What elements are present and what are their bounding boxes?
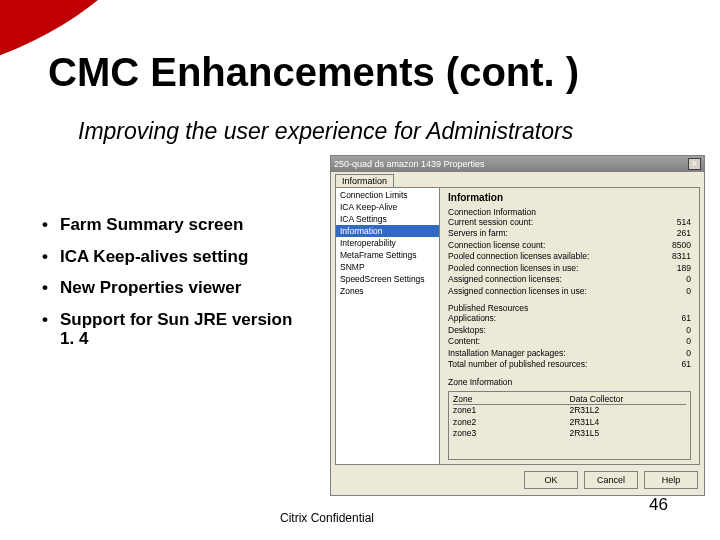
zone-cell: 2R31L5 [570, 428, 687, 440]
bullet-item: Farm Summary screen [40, 215, 300, 235]
cancel-button[interactable]: Cancel [584, 471, 638, 489]
info-label: Current session count: [448, 217, 533, 228]
info-row: Desktops:0 [448, 325, 691, 336]
dialog-title: 250-quad ds amazon 1439 Properties [334, 159, 485, 169]
info-label: Total number of published resources: [448, 359, 587, 370]
info-row: Installation Manager packages:0 [448, 348, 691, 359]
info-value: 61 [682, 313, 691, 324]
info-label: Content: [448, 336, 480, 347]
zone-col-header[interactable]: Data Collector [570, 394, 687, 404]
tab-strip: Information [331, 172, 704, 187]
bullet-item: ICA Keep-alives setting [40, 247, 300, 267]
info-label: Servers in farm: [448, 228, 508, 239]
info-row: Assigned connection licenses in use:0 [448, 286, 691, 297]
info-row: Assigned connection licenses:0 [448, 274, 691, 285]
close-icon: X [692, 160, 697, 168]
info-panel: Information Connection Information Curre… [440, 188, 699, 464]
zone-row[interactable]: zone32R31L5 [453, 428, 686, 440]
info-value: 0 [686, 336, 691, 347]
sidebar-item-snmp[interactable]: SNMP [336, 261, 439, 273]
tab-information[interactable]: Information [335, 174, 394, 187]
info-label: Pooled connection licenses in use: [448, 263, 578, 274]
bullet-item: Support for Sun JRE version 1. 4 [40, 310, 300, 349]
info-value: 0 [686, 325, 691, 336]
close-button[interactable]: X [688, 158, 701, 170]
info-label: Assigned connection licenses: [448, 274, 562, 285]
info-value: 8500 [672, 240, 691, 251]
panel-heading: Information [448, 192, 691, 203]
zone-cell: zone3 [453, 428, 570, 440]
info-label: Connection license count: [448, 240, 545, 251]
category-sidebar: Connection Limits ICA Keep-Alive ICA Set… [336, 188, 440, 464]
published-resources-title: Published Resources [448, 303, 691, 313]
info-value: 0 [686, 274, 691, 285]
zone-cell: 2R31L4 [570, 417, 687, 429]
sidebar-item-interoperability[interactable]: Interoperability [336, 237, 439, 249]
info-value: 8311 [672, 251, 691, 262]
zone-table-header: Zone Data Collector [453, 394, 686, 405]
sidebar-item-information[interactable]: Information [336, 225, 439, 237]
connection-info-title: Connection Information [448, 207, 691, 217]
info-row: Pooled connection licenses in use:189 [448, 263, 691, 274]
info-label: Installation Manager packages: [448, 348, 566, 359]
info-label: Pooled connection licenses available: [448, 251, 589, 262]
sidebar-item-zones[interactable]: Zones [336, 285, 439, 297]
zone-cell: zone1 [453, 405, 570, 417]
properties-dialog: 250-quad ds amazon 1439 Properties X Inf… [330, 155, 705, 496]
zone-row[interactable]: zone22R31L4 [453, 417, 686, 429]
zone-cell: 2R31L2 [570, 405, 687, 417]
sidebar-item-speedscreen-settings[interactable]: SpeedScreen Settings [336, 273, 439, 285]
dialog-button-bar: OK Cancel Help [331, 465, 704, 495]
help-button[interactable]: Help [644, 471, 698, 489]
ok-button[interactable]: OK [524, 471, 578, 489]
sidebar-item-ica-keep-alive[interactable]: ICA Keep-Alive [336, 201, 439, 213]
info-row: Servers in farm:261 [448, 228, 691, 239]
info-value: 189 [677, 263, 691, 274]
info-value: 261 [677, 228, 691, 239]
info-row: Content:0 [448, 336, 691, 347]
dialog-titlebar[interactable]: 250-quad ds amazon 1439 Properties X [331, 156, 704, 172]
info-label: Assigned connection licenses in use: [448, 286, 587, 297]
info-row: Pooled connection licenses available:831… [448, 251, 691, 262]
info-label: Applications: [448, 313, 496, 324]
info-row: Total number of published resources:61 [448, 359, 691, 370]
sidebar-item-ica-settings[interactable]: ICA Settings [336, 213, 439, 225]
info-row: Current session count:514 [448, 217, 691, 228]
zone-info-title: Zone Information [448, 377, 691, 387]
sidebar-item-metaframe-settings[interactable]: MetaFrame Settings [336, 249, 439, 261]
footer-text: Citrix Confidential [280, 511, 374, 525]
info-value: 0 [686, 286, 691, 297]
info-value: 0 [686, 348, 691, 359]
bullet-list: Farm Summary screen ICA Keep-alives sett… [40, 215, 300, 361]
info-label: Desktops: [448, 325, 486, 336]
info-row: Connection license count:8500 [448, 240, 691, 251]
zone-row[interactable]: zone12R31L2 [453, 405, 686, 417]
info-row: Applications:61 [448, 313, 691, 324]
slide-title: CMC Enhancements (cont. ) [48, 50, 579, 95]
info-value: 61 [682, 359, 691, 370]
zone-col-header[interactable]: Zone [453, 394, 570, 404]
zone-cell: zone2 [453, 417, 570, 429]
zone-table: Zone Data Collector zone12R31L2 zone22R3… [448, 391, 691, 460]
info-value: 514 [677, 217, 691, 228]
slide-subtitle: Improving the user experience for Admini… [78, 118, 573, 145]
page-number: 46 [649, 495, 668, 515]
sidebar-item-connection-limits[interactable]: Connection Limits [336, 189, 439, 201]
bullet-item: New Properties viewer [40, 278, 300, 298]
